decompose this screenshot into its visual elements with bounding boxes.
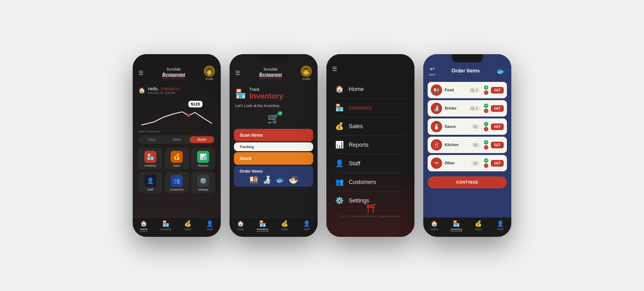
nav-home-label: Home <box>140 228 147 232</box>
drinks-plus[interactable]: + <box>484 104 488 108</box>
sidebar-item-inventory[interactable]: 🏪 Inventory <box>326 99 414 116</box>
p4-nav-sales[interactable]: 💰 Sales <box>467 220 489 232</box>
kitchen-plus[interactable]: + <box>484 140 488 145</box>
sidebar-inventory-icon: 🏪 <box>335 104 344 112</box>
scan-items-button[interactable]: Scan Items <box>234 129 313 141</box>
nav-home-icon: 🏠 <box>140 220 147 227</box>
other-controls: + − <box>484 158 488 168</box>
nav-sales-icon: 💰 <box>184 220 191 227</box>
continue-button[interactable]: CONTINUE <box>428 176 507 188</box>
greeting-text: Hello, Yoshiteru! February 26, 5:00 PM <box>148 86 180 94</box>
other-minus[interactable]: − <box>484 163 488 168</box>
inventory-big-label: Inventory <box>249 92 283 100</box>
inventory-icon: 🏪 <box>144 151 156 163</box>
order-items-button[interactable]: Order Items 🍱 🍶 🐟 🍜 <box>234 166 313 187</box>
back-button[interactable]: ↩ Back <box>429 66 435 76</box>
p2-nav-sales[interactable]: 💰 Sales <box>274 220 296 232</box>
hamburger-icon[interactable]: ☰ <box>138 70 143 77</box>
tab-month[interactable]: Month <box>190 136 214 143</box>
phone2-screen: ☰ Torishiki Restaurant Sales Monitoring … <box>230 54 318 237</box>
phone2-hamburger-icon[interactable]: ☰ <box>235 70 240 77</box>
sidebar-item-staff[interactable]: 👤 Staff <box>326 155 414 172</box>
p3-hamburger-icon[interactable]: ☰ <box>332 66 337 72</box>
settings-label: Settings <box>198 188 208 191</box>
p2-nav-staff[interactable]: 👤 Staff <box>296 220 318 232</box>
grid-sales[interactable]: 💰 Sales <box>165 148 189 169</box>
sidebar-item-home[interactable]: 🏠 Home <box>326 81 414 98</box>
p4-nav-staff[interactable]: 👤 Staff <box>489 220 511 232</box>
sauce-qty: Qt. <box>471 124 480 129</box>
avatar: 👩 <box>204 66 215 77</box>
nav-staff[interactable]: 👤 Staff <box>199 220 221 232</box>
other-get-button[interactable]: GET <box>491 160 504 167</box>
p2-nav-sales-label: Sales <box>281 228 288 231</box>
stock-button[interactable]: Stock <box>234 152 313 165</box>
p2-nav-home[interactable]: 🏠 Home <box>230 220 252 232</box>
sidebar-staff-label: Staff <box>349 160 360 167</box>
logo-main: Restaurant <box>162 72 185 77</box>
chart-label: Sales Performance <box>138 130 160 133</box>
kitchen-get-button[interactable]: GET <box>491 142 504 148</box>
divider-6 <box>335 191 406 191</box>
nav-inventory[interactable]: 🏪 Inventory <box>155 220 177 232</box>
nav-home[interactable]: 🏠 Home <box>133 220 155 232</box>
grid-staff[interactable]: 👤 Staff <box>138 172 162 193</box>
kitchen-icon: 🍴 <box>431 139 442 151</box>
track-inventory-title: 🏪 Track Inventory <box>230 84 318 102</box>
other-plus[interactable]: + <box>484 158 488 163</box>
nav-inventory-label: Inventory <box>160 228 171 231</box>
order-items-label: Order Items <box>240 169 308 174</box>
page-container: ☰ Torishiki Restaurant Sales Monitoring … <box>6 54 638 237</box>
p2-profile[interactable]: 👨 Profile <box>301 66 312 81</box>
grid-settings[interactable]: ⚙️ Settings <box>191 172 215 193</box>
p4-nav-inventory[interactable]: 🏪 Inventory <box>445 220 467 232</box>
drinks-icon: 🍶 <box>431 103 442 114</box>
p4-nav-inventory-icon: 🏪 <box>453 220 460 227</box>
drinks-get-button[interactable]: GET <box>491 105 504 112</box>
sidebar-item-reports[interactable]: 📊 Reports <box>326 136 414 153</box>
kitchen-minus[interactable]: − <box>484 145 488 150</box>
sauce-plus[interactable]: + <box>484 122 488 126</box>
food-controls: + − <box>484 85 488 95</box>
grid-inventory[interactable]: 🏪 Inventory <box>138 148 162 169</box>
sidebar-item-sales[interactable]: 💰 Sales <box>326 118 414 135</box>
divider-2 <box>335 117 406 117</box>
tab-week[interactable]: Week <box>164 136 189 143</box>
sauce-controls: + − <box>484 122 488 131</box>
p4-nav-home-icon: 🏠 <box>431 220 438 227</box>
logo-first: Torishiki <box>162 67 185 72</box>
p2-nav-home-icon: 🏠 <box>237 220 244 227</box>
drinks-minus[interactable]: − <box>484 109 488 113</box>
food-get-button[interactable]: GET <box>491 87 504 94</box>
grid-reports[interactable]: 📊 Reports <box>191 148 215 169</box>
p4-nav-home[interactable]: 🏠 Home <box>423 220 445 232</box>
sidebar-item-customers[interactable]: 👥 Customers <box>326 174 414 191</box>
sidebar-staff-icon: 👤 <box>335 159 344 168</box>
sauce-minus[interactable]: − <box>484 127 488 131</box>
customers-icon: 👥 <box>171 175 183 187</box>
nav-sales[interactable]: 💰 Sales <box>177 220 199 232</box>
p2-nav-staff-label: Staff <box>304 228 309 231</box>
phone2-logo: Torishiki Restaurant Sales Monitoring <box>259 67 282 80</box>
phone-2: ☰ Torishiki Restaurant Sales Monitoring … <box>230 54 318 237</box>
avatar-face: 👩 <box>205 67 213 75</box>
sauce-icon: 🧂 <box>431 121 442 132</box>
tracking-button[interactable]: Tracking <box>234 142 313 151</box>
p2-nav-inventory-icon: 🏪 <box>259 220 266 227</box>
food-plus[interactable]: + <box>484 85 488 90</box>
divider-5 <box>335 173 406 173</box>
divider-1 <box>335 98 406 99</box>
bottom-nav-1: 🏠 Home 🏪 Inventory 💰 Sales 👤 Staff <box>133 217 221 237</box>
nav-staff-label: Staff <box>207 228 213 231</box>
food-minus[interactable]: − <box>484 90 488 95</box>
tab-today[interactable]: Today <box>139 136 164 143</box>
food-qty: Qt. 2 <box>469 88 480 93</box>
sauce-get-button[interactable]: GET <box>491 123 504 130</box>
p2-nav-inventory[interactable]: 🏪 Inventory <box>252 220 274 232</box>
order-item-food: 🍱 Food Qt. 2 + − GET <box>428 82 507 98</box>
grid-customers[interactable]: 👥 Customers <box>165 172 189 193</box>
staff-label: Staff <box>147 188 153 191</box>
profile-area[interactable]: 👩 Profile <box>204 66 215 81</box>
p2-avatar-face: 👨 <box>302 67 310 75</box>
bottom-nav-2: 🏠 Home 🏪 Inventory 💰 Sales 👤 Staff <box>230 217 318 237</box>
